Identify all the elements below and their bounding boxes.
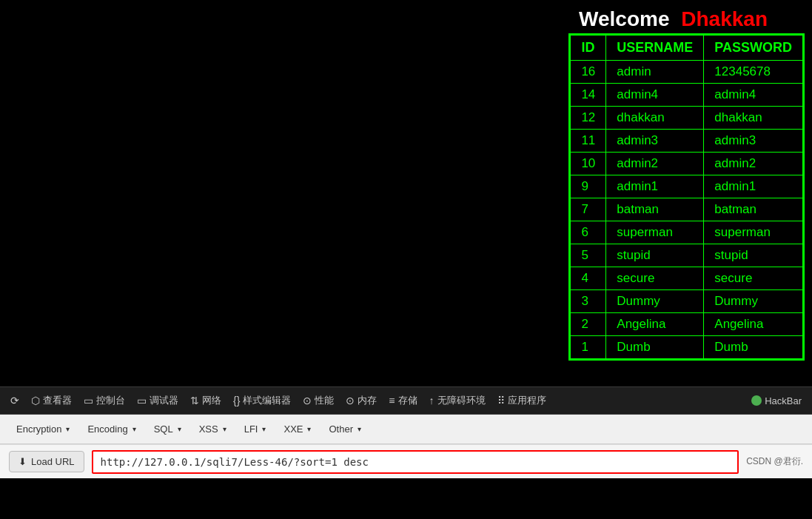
other-button[interactable]: Other ▾	[321, 421, 369, 438]
memory-icon: ⊙	[346, 395, 355, 406]
table-cell-id: 1	[571, 336, 606, 359]
table-cell-username: admin	[606, 61, 704, 84]
data-table: ID USERNAME PASSWORD 16admin1234567814ad…	[570, 35, 803, 359]
url-input[interactable]	[92, 450, 739, 474]
xss-dropdown-icon: ▾	[223, 425, 227, 433]
welcome-name: Dhakkan	[681, 7, 768, 30]
table-cell-id: 4	[571, 267, 606, 290]
lfi-dropdown-icon: ▾	[262, 425, 266, 433]
encryption-button[interactable]: Encryption ▾	[9, 421, 77, 438]
table-row: 6supermansuperman	[571, 221, 803, 244]
devtools-style-editor-label: 样式编辑器	[243, 394, 291, 407]
lfi-button[interactable]: LFI ▾	[237, 421, 274, 438]
url-bar: ⬇ Load URL CSDN @君衍.	[0, 444, 812, 478]
sql-dropdown-icon: ▾	[178, 425, 181, 433]
devtools-performance[interactable]: ⊙ 性能	[298, 391, 338, 410]
table-cell-password: secure	[704, 267, 803, 290]
table-cell-id: 10	[571, 153, 606, 175]
hackbar-tab[interactable]: HackBar	[747, 392, 806, 409]
table-cell-id: 2	[571, 313, 606, 336]
table-cell-password: admin1	[704, 175, 803, 198]
devtools-viewer-label: 查看器	[43, 394, 72, 407]
table-row: 9admin1admin1	[571, 175, 803, 198]
table-cell-username: admin2	[606, 153, 704, 175]
devtools-style-editor[interactable]: {} 样式编辑器	[229, 391, 295, 410]
performance-icon: ⊙	[303, 395, 312, 406]
encoding-button[interactable]: Encoding ▾	[80, 421, 143, 438]
devtools-console[interactable]: ▭ 控制台	[79, 391, 130, 410]
col-header-password: PASSWORD	[704, 36, 803, 61]
table-row: 3DummyDummy	[571, 290, 803, 313]
table-row: 4securesecure	[571, 267, 803, 290]
storage-icon: ≡	[389, 395, 395, 406]
table-cell-username: admin4	[606, 84, 704, 107]
xxe-label: XXE	[283, 423, 303, 435]
col-header-username: USERNAME	[606, 36, 704, 61]
sql-button[interactable]: SQL ▾	[147, 421, 189, 438]
table-cell-id: 3	[571, 290, 606, 313]
table-cell-username: Dummy	[606, 290, 704, 313]
table-cell-password: Dummy	[704, 290, 803, 313]
accessibility-icon: ↑	[429, 395, 434, 406]
devtools-storage[interactable]: ≡ 存储	[384, 391, 421, 410]
table-cell-username: Dumb	[606, 336, 704, 359]
url-input-container	[92, 450, 739, 474]
load-url-label: Load URL	[31, 456, 75, 467]
refresh-icon: ⟳	[10, 395, 19, 406]
hackbar-label: HackBar	[765, 395, 802, 406]
devtools-refresh[interactable]: ⟳	[6, 392, 24, 409]
table-row: 1DumbDumb	[571, 336, 803, 359]
table-cell-username: Angelina	[606, 313, 704, 336]
console-icon: ▭	[84, 395, 93, 406]
load-url-button[interactable]: ⬇ Load URL	[9, 451, 84, 472]
table-cell-password: stupid	[704, 244, 803, 267]
table-cell-id: 14	[571, 84, 606, 107]
table-cell-password: admin4	[704, 84, 803, 107]
devtools-network-label: 网络	[202, 394, 221, 407]
network-icon: ⇅	[190, 395, 199, 406]
devtools-debugger[interactable]: ▭ 调试器	[132, 391, 183, 410]
table-row: 7batmanbatman	[571, 198, 803, 221]
table-row: 16admin12345678	[571, 61, 803, 84]
sql-label: SQL	[154, 423, 173, 435]
devtools-accessibility-label: 无障碍环境	[437, 394, 486, 407]
devtools-bar: ⟳ ⬡ 查看器 ▭ 控制台 ▭ 调试器 ⇅ 网络 {} 样式编辑器 ⊙ 性能 ⊙…	[0, 386, 812, 415]
table-cell-username: stupid	[606, 244, 704, 267]
other-dropdown-icon: ▾	[358, 425, 361, 433]
table-cell-password: batman	[704, 198, 803, 221]
table-cell-id: 16	[571, 61, 606, 84]
devtools-application[interactable]: ⠿ 应用程序	[493, 391, 551, 410]
encryption-label: Encryption	[16, 423, 61, 435]
table-row: 12dhakkandhakkan	[571, 107, 803, 130]
table-cell-password: Dumb	[704, 336, 803, 359]
devtools-viewer[interactable]: ⬡ 查看器	[27, 391, 76, 410]
xxe-dropdown-icon: ▾	[307, 425, 311, 433]
table-cell-password: dhakkan	[704, 107, 803, 130]
table-cell-username: superman	[606, 221, 704, 244]
lfi-label: LFI	[244, 423, 258, 435]
hackbar-toolbar: Encryption ▾ Encoding ▾ SQL ▾ XSS ▾ LFI …	[0, 415, 812, 444]
viewer-icon: ⬡	[31, 395, 40, 406]
encryption-dropdown-icon: ▾	[66, 425, 70, 433]
table-cell-id: 11	[571, 130, 606, 153]
devtools-network[interactable]: ⇅ 网络	[186, 391, 226, 410]
load-url-icon: ⬇	[19, 456, 27, 467]
table-cell-id: 7	[571, 198, 606, 221]
table-cell-password: admin3	[704, 130, 803, 153]
xxe-button[interactable]: XXE ▾	[276, 421, 318, 438]
table-cell-username: secure	[606, 267, 704, 290]
devtools-debugger-label: 调试器	[150, 394, 178, 407]
table-row: 11admin3admin3	[571, 130, 803, 153]
xss-button[interactable]: XSS ▾	[192, 421, 234, 438]
table-cell-password: 12345678	[704, 61, 803, 84]
table-row: 2AngelinaAngelina	[571, 313, 803, 336]
other-label: Other	[329, 423, 353, 435]
devtools-accessibility[interactable]: ↑ 无障碍环境	[425, 391, 490, 410]
table-cell-username: admin3	[606, 130, 704, 153]
devtools-memory[interactable]: ⊙ 内存	[341, 391, 381, 410]
table-cell-id: 6	[571, 221, 606, 244]
devtools-performance-label: 性能	[315, 394, 334, 407]
table-cell-username: admin1	[606, 175, 704, 198]
table-cell-username: dhakkan	[606, 107, 704, 130]
table-cell-password: admin2	[704, 153, 803, 175]
